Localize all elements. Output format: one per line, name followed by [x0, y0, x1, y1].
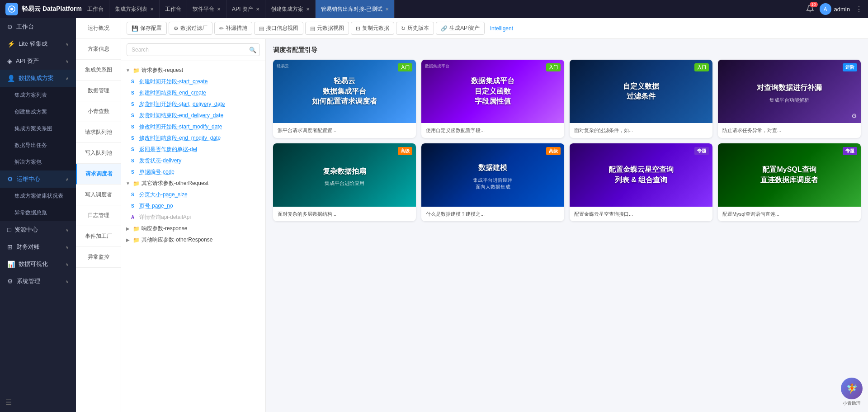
top-tab-api_assets[interactable]: API 资产✕	[226, 0, 265, 18]
second-sidebar-request_queue[interactable]: 请求队列池	[76, 122, 121, 143]
tree-row-other_response[interactable]: ▶ 📁 其他响应参数-otherResponse	[121, 234, 265, 246]
tree-row-end_modify[interactable]: S 修改时间结束段-end_modify_date	[121, 133, 265, 144]
top-tab-manage_sales[interactable]: 管易销售出库对接-已测试✕	[316, 0, 395, 18]
card-bg: 配置MySQL查询直连数据库调度者 专题	[718, 143, 861, 207]
tree-row-start_modify[interactable]: S 修改时间开始段-start_modify_date	[121, 121, 265, 133]
second-sidebar-request_scheduler[interactable]: 请求调度者	[76, 164, 121, 185]
tree-row-end_delivery[interactable]: S 发货时间结束段-end_delivery_date	[121, 110, 265, 121]
tree-row-detail_api[interactable]: A 详情查询api-detailApi	[121, 212, 265, 223]
second-sidebar-write_queue[interactable]: 写入队列池	[76, 143, 121, 164]
tree-row-other_request[interactable]: ▼ 📁 其它请求参数-otherRequest	[121, 178, 265, 189]
second-sidebar-plan_info[interactable]: 方案信息	[76, 39, 121, 60]
sidebar-label: API 资产	[16, 57, 39, 65]
top-tab-integration_list[interactable]: 集成方案列表✕	[109, 0, 160, 18]
tree-row-order_code[interactable]: S 单据编号-code	[121, 166, 265, 178]
tree-row-page_size[interactable]: S 分页大小-page_size	[121, 189, 265, 200]
second-sidebar-data_mgmt[interactable]: 数据管理	[76, 81, 121, 101]
guide-card-card6[interactable]: 数据建模 集成平台进阶应用面向人数据集成 高级 什么是数据建模？建模之...	[421, 143, 564, 222]
guide-card-card5[interactable]: 复杂数据拍扇 集成平台进阶应用 高级 面对复杂的多层数据结构...	[273, 143, 416, 222]
notification-btn[interactable]: 10	[806, 5, 814, 14]
search-input[interactable]	[127, 43, 260, 56]
sidebar-arrow: ∨	[66, 279, 69, 284]
tree-row-end_create[interactable]: S 创建时间结束段-end_create	[121, 87, 265, 99]
sidebar-item-data_visual[interactable]: 📊 数据可视化 ∨	[0, 256, 76, 273]
second-sidebar-abnormal_monitor[interactable]: 异常监控	[76, 247, 121, 268]
guide-card-card1[interactable]: 轻易云 轻易云数据集成平台如何配置请求调度者 入门 源平台请求调度者配置置...	[273, 60, 416, 138]
card-title: 对查询数据进行补漏	[753, 79, 826, 96]
sidebar-item-resource_center[interactable]: □ 资源中心 ∨	[0, 221, 76, 238]
tree-label: 单据编号-code	[139, 168, 262, 176]
guide-card-card3[interactable]: 自定义数据过滤条件 入门 面对复杂的过滤条件，如...	[570, 60, 712, 138]
sidebar-item-workbench[interactable]: ⊙ 工作台	[0, 18, 76, 35]
sidebar-item-lite_integration[interactable]: ⚡ Lite 轻集成 ∨	[0, 35, 76, 52]
sidebar-item-ops_center[interactable]: ⚙ 运维中心 ∧	[0, 170, 76, 188]
sidebar-icon: ⊞	[7, 243, 13, 251]
sidebar-item-api_assets[interactable]: ◈ API 资产 ∨	[0, 52, 76, 70]
main-panel: 💾保存配置⚙数据过滤厂✏补漏措施▤接口信息视图▤元数据视图⊡复制元数据↻历史版本…	[121, 18, 868, 412]
toolbar-btn-gen_api[interactable]: 🔗生成API资产	[436, 22, 485, 35]
user-btn[interactable]: A admin	[820, 3, 850, 15]
second-sidebar-label: 方案信息	[88, 46, 109, 52]
second-sidebar-run_overview[interactable]: 运行概况	[76, 18, 121, 39]
tree-label: 页号-page_no	[139, 202, 262, 210]
sidebar-subitem-create_integration[interactable]: 创建集成方案	[0, 104, 76, 120]
sidebar-item-system_mgmt[interactable]: ⚙ 系统管理 ∨	[0, 273, 76, 290]
sidebar-item-data_integration[interactable]: 👤 数据集成方案 ∧	[0, 70, 76, 87]
btn-label: 数据过滤厂	[180, 24, 208, 32]
second-sidebar-integration_graph[interactable]: 集成关系图	[76, 60, 121, 81]
intelligent-link[interactable]: intelligent	[486, 23, 517, 34]
toolbar-btn-supplement[interactable]: ✏补漏措施	[214, 22, 252, 35]
sidebar-icon: ◈	[7, 57, 12, 65]
card-desc: 面对复杂的过滤条件，如...	[570, 123, 712, 138]
top-tab-workbench_link[interactable]: 工作台	[82, 0, 109, 18]
second-sidebar: 运行概况方案信息集成关系图数据管理小青查数请求队列池写入队列池请求调度者写入调度…	[76, 18, 121, 412]
sidebar-item-finance[interactable]: ⊞ 财务对账 ∨	[0, 238, 76, 256]
top-tab-create_integration[interactable]: 创建集成方案✕	[265, 0, 316, 18]
settings-icon: ⚙	[851, 112, 857, 119]
second-sidebar-label: 小青查数	[88, 108, 109, 114]
guide-card-card2[interactable]: 数据集成平台 数据集成平台目定义函数字段属性值 入门 使用自定义函数配置字段..…	[421, 60, 564, 138]
main-layout: ⊙ 工作台 ⚡ Lite 轻集成 ∨ ◈ API 资产 ∨ 👤 数据集成方案 ∧…	[0, 18, 868, 412]
sidebar-subitem-integration_relations[interactable]: 集成方案关系图	[0, 120, 76, 137]
guide-card-card7[interactable]: 配置金蝶云星空查询列表 & 组合查询 专题 配置金蝶云星空查询接口...	[570, 143, 712, 222]
tree-row-start_create[interactable]: S 创建时间开始段-start_create	[121, 76, 265, 87]
toolbar-btn-copy_data[interactable]: ⊡复制元数据	[351, 22, 394, 35]
sidebar-inner: ⊞ 财务对账	[7, 243, 40, 251]
toolbar-btn-data_filter[interactable]: ⚙数据过滤厂	[169, 22, 212, 35]
second-sidebar-xiao_query[interactable]: 小青查数	[76, 101, 121, 122]
sidebar-subitem-abnormal_data[interactable]: 异常数据总览	[0, 204, 76, 221]
guide-card-card8[interactable]: 配置MySQL查询直连数据库调度者 专题 配置Mysql查询语句直连...	[718, 143, 861, 222]
card-desc: 源平台请求调度者配置置...	[273, 123, 416, 138]
tree-row-is_del[interactable]: S 返回是否作废的单据-del	[121, 144, 265, 155]
guide-card-card4[interactable]: 对查询数据进行补漏 集成平台功能解析 进阶 ⚙ 防止请求任务异常，对查...	[718, 60, 861, 138]
btn-label: 接口信息视图	[266, 24, 298, 32]
sidebar-subitem-integration_health[interactable]: 集成方案健康状况表	[0, 188, 76, 204]
second-sidebar-log_mgmt[interactable]: 日志管理	[76, 205, 121, 226]
tab-close[interactable]: ✕	[217, 7, 221, 12]
tab-close[interactable]: ✕	[150, 7, 154, 12]
toolbar-btn-meta_data[interactable]: ▤元数据视图	[305, 22, 349, 35]
sidebar-subitem-solution_package[interactable]: 解决方案包	[0, 154, 76, 170]
tab-close[interactable]: ✕	[256, 7, 259, 12]
tree-row-page_no[interactable]: S 页号-page_no	[121, 200, 265, 212]
tab-close[interactable]: ✕	[385, 7, 389, 12]
top-tab-workbench[interactable]: 工作台	[160, 0, 187, 18]
tab-close[interactable]: ✕	[306, 7, 310, 12]
second-sidebar-event_factory[interactable]: 事件加工厂	[76, 226, 121, 247]
tree-row-request_params[interactable]: ▼ 📁 请求参数-request	[121, 65, 265, 76]
tree-row-response_params[interactable]: ▶ 📁 响应参数-response	[121, 223, 265, 234]
more-options-btn[interactable]: ⋮	[855, 5, 863, 14]
top-tab-software_platform[interactable]: 软件平台✕	[187, 0, 226, 18]
search-wrap: 🔍	[127, 43, 260, 56]
assistant-btn[interactable]: 🧚 小青助理	[841, 378, 863, 407]
second-sidebar-write_scheduler[interactable]: 写入调度者	[76, 185, 121, 205]
tree-row-start_delivery[interactable]: S 发货时间开始段-start_delivery_date	[121, 99, 265, 110]
menu-toggle[interactable]: ☰	[5, 398, 12, 407]
tree-row-delivery_status[interactable]: S 发货状态-delivery	[121, 155, 265, 166]
sidebar-subitem-data_export[interactable]: 数据导出任务	[0, 137, 76, 154]
toolbar-btn-save_config[interactable]: 💾保存配置	[127, 22, 167, 35]
toolbar-btn-history[interactable]: ↻历史版本	[396, 22, 434, 35]
sidebar-subitem-integration_list[interactable]: 集成方案列表	[0, 87, 76, 104]
btn-icon: 💾	[132, 25, 138, 32]
toolbar-btn-interface_info[interactable]: ▤接口信息视图	[254, 22, 303, 35]
